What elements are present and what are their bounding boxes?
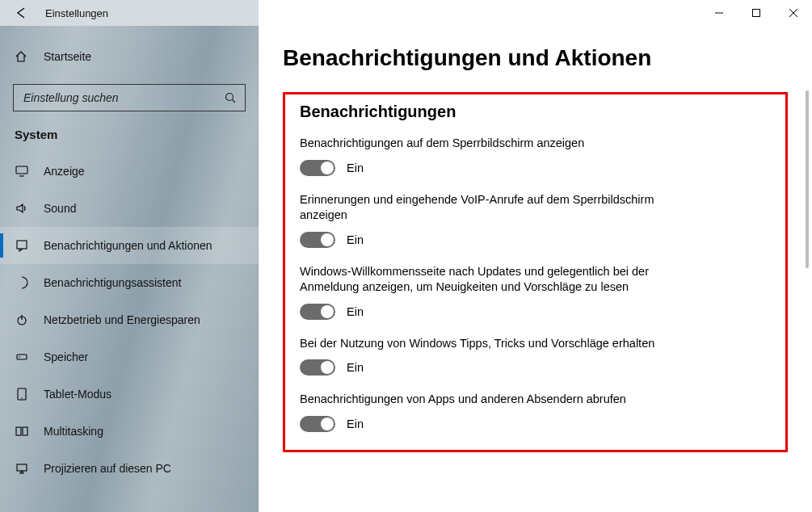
sidebar-item-tablet[interactable]: Tablet-Modus bbox=[0, 376, 259, 413]
svg-rect-0 bbox=[753, 10, 760, 17]
focus-assist-icon bbox=[15, 276, 29, 289]
sidebar-item-benachrichtigungen[interactable]: Benachrichtigungen und Aktionen bbox=[0, 227, 259, 264]
sidebar-item-label: Speicher bbox=[44, 350, 88, 363]
setting-voip-reminders: Erinnerungen und eingehende VoIP-Anrufe … bbox=[300, 192, 688, 248]
svg-rect-10 bbox=[23, 427, 27, 435]
svg-point-1 bbox=[226, 94, 234, 101]
multitasking-icon bbox=[15, 425, 29, 438]
toggle-label: Ein bbox=[347, 305, 364, 318]
toggle-label: Ein bbox=[347, 418, 364, 430]
search-icon bbox=[224, 92, 237, 103]
sidebar: Startseite System Anzeige Sound Be bbox=[0, 26, 259, 512]
window-title: Einstellungen bbox=[45, 7, 108, 19]
notifications-icon bbox=[15, 239, 29, 252]
sidebar-item-netzbetrieb[interactable]: Netzbetrieb und Energiesparen bbox=[0, 301, 259, 338]
svg-point-8 bbox=[21, 397, 22, 398]
storage-icon bbox=[15, 350, 29, 363]
sidebar-item-multitasking[interactable]: Multitasking bbox=[0, 413, 259, 450]
sidebar-item-label: Benachrichtigungen und Aktionen bbox=[44, 239, 212, 252]
sidebar-home[interactable]: Startseite bbox=[0, 40, 259, 73]
toggle-label: Ein bbox=[347, 233, 364, 246]
search-box[interactable] bbox=[13, 84, 246, 111]
setting-desc: Benachrichtigungen von Apps und anderen … bbox=[300, 392, 688, 408]
svg-rect-3 bbox=[17, 241, 27, 249]
setting-desc: Benachrichtigungen auf dem Sperrbildschi… bbox=[300, 136, 688, 152]
toggle-switch[interactable] bbox=[300, 416, 335, 432]
sidebar-item-label: Multitasking bbox=[44, 425, 103, 438]
display-icon bbox=[15, 165, 29, 178]
titlebar: Einstellungen bbox=[0, 0, 812, 26]
toggle-label: Ein bbox=[347, 162, 364, 174]
close-button[interactable] bbox=[775, 0, 812, 26]
sidebar-item-sound[interactable]: Sound bbox=[0, 190, 259, 227]
setting-lockscreen-notifications: Benachrichtigungen auf dem Sperrbildschi… bbox=[300, 136, 688, 176]
search-input[interactable] bbox=[22, 90, 224, 105]
home-icon bbox=[15, 50, 29, 63]
svg-rect-5 bbox=[17, 355, 27, 359]
setting-welcome-experience: Windows-Willkommensseite nach Updates un… bbox=[300, 264, 688, 320]
scrollbar-thumb[interactable] bbox=[806, 90, 809, 268]
svg-rect-11 bbox=[17, 464, 27, 471]
svg-rect-9 bbox=[16, 427, 21, 435]
toggle-label: Ein bbox=[347, 361, 364, 374]
highlight-box: Benachrichtigungen Benachrichtigungen au… bbox=[283, 92, 788, 452]
sidebar-item-benachrichtigungsassistent[interactable]: Benachrichtigungsassistent bbox=[0, 264, 259, 301]
page-title: Benachrichtigungen und Aktionen bbox=[283, 45, 788, 71]
setting-tips: Bei der Nutzung von Windows Tipps, Trick… bbox=[300, 336, 688, 376]
sidebar-item-projizieren[interactable]: Projizieren auf diesen PC bbox=[0, 450, 259, 487]
toggle-switch[interactable] bbox=[300, 304, 335, 320]
back-icon[interactable] bbox=[15, 6, 29, 20]
scrollbar[interactable] bbox=[806, 26, 810, 512]
sidebar-section-header: System bbox=[0, 128, 259, 153]
svg-point-6 bbox=[19, 356, 20, 358]
power-icon bbox=[15, 313, 29, 326]
titlebar-left: Einstellungen bbox=[0, 0, 259, 26]
toggle-switch[interactable] bbox=[300, 232, 335, 248]
sidebar-item-label: Projizieren auf diesen PC bbox=[44, 462, 171, 475]
setting-app-notifications: Benachrichtigungen von Apps und anderen … bbox=[300, 392, 688, 432]
sidebar-item-label: Sound bbox=[44, 202, 76, 215]
sound-icon bbox=[15, 202, 29, 215]
sidebar-item-label: Tablet-Modus bbox=[44, 388, 111, 401]
toggle-switch[interactable] bbox=[300, 359, 335, 376]
sidebar-home-label: Startseite bbox=[44, 50, 91, 63]
content: Benachrichtigungen und Aktionen Benachri… bbox=[259, 26, 812, 512]
sidebar-item-label: Anzeige bbox=[44, 165, 85, 178]
sidebar-item-label: Benachrichtigungsassistent bbox=[44, 276, 181, 289]
setting-desc: Windows-Willkommensseite nach Updates un… bbox=[300, 264, 688, 296]
sidebar-item-label: Netzbetrieb und Energiesparen bbox=[44, 313, 200, 326]
tablet-icon bbox=[15, 388, 29, 401]
setting-desc: Erinnerungen und eingehende VoIP-Anrufe … bbox=[300, 192, 688, 224]
sidebar-item-anzeige[interactable]: Anzeige bbox=[0, 153, 259, 190]
setting-desc: Bei der Nutzung von Windows Tipps, Trick… bbox=[300, 336, 688, 352]
svg-rect-2 bbox=[16, 166, 27, 174]
maximize-button[interactable] bbox=[738, 0, 775, 26]
toggle-switch[interactable] bbox=[300, 160, 335, 176]
minimize-button[interactable] bbox=[701, 0, 738, 26]
sidebar-item-speicher[interactable]: Speicher bbox=[0, 338, 259, 376]
project-icon bbox=[15, 462, 29, 475]
window-controls bbox=[701, 0, 812, 26]
subheading: Benachrichtigungen bbox=[300, 103, 771, 121]
